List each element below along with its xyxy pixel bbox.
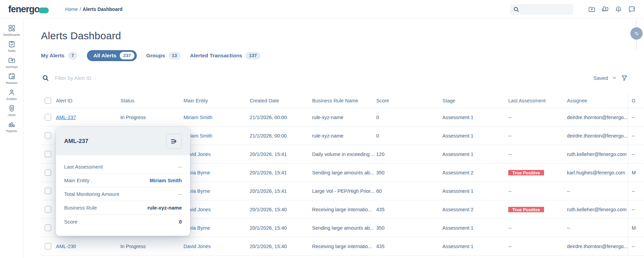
page-title: Alerts Dashboard [41,30,644,42]
tab-count-badge: 7 [68,52,77,59]
last-assessment-value: -- [508,133,512,139]
created-date-cell: 20/1/2026, 15:41 [250,170,312,175]
stage-cell: Assessment 1 [442,244,508,249]
group-cell: -- [628,237,644,255]
last-assessment-cell: -- [508,115,567,120]
breadcrumb-home-link[interactable]: Home [65,6,78,12]
created-date-cell: 20/1/2026, 15:41 [250,152,312,157]
row-checkbox[interactable] [45,151,51,157]
search-icon [513,6,519,13]
stage-cell: Assessment 1 [442,133,508,139]
saved-filters-dropdown[interactable]: Saved [593,75,608,81]
table-header-row: Alert ID Status Main Entity Created Date… [41,93,644,108]
breadcrumb-current: Alerts Dashboard [83,6,122,12]
table-row[interactable]: AML-230 In Progress David Jones 20/1/202… [41,237,644,256]
popup-field: Main Entity Miriam Smith [64,174,182,187]
filter-bar: Saved [41,71,644,85]
open-alert-icon[interactable] [166,134,182,149]
sidebar-item-reports[interactable]: Reports [0,120,23,133]
last-assessment-cell: -- [508,188,567,194]
tab-my-alerts[interactable]: My Alerts 7 [41,52,77,59]
tabs: My Alerts 7 All Alerts 237 Groups 13 Ale… [41,50,644,61]
assignee-cell: karl.hughes@fenergo.com [567,170,628,175]
row-checkbox[interactable] [45,188,51,194]
sidebar-item-reviews[interactable]: Reviews [0,72,23,85]
row-checkbox[interactable] [45,114,51,120]
row-checkbox[interactable] [45,206,51,213]
notification-bell-icon[interactable] [614,5,623,13]
tab-all-alerts[interactable]: All Alerts 237 [87,50,137,61]
tab-alerted-transactions[interactable]: Alerted Transactions 137 [190,52,260,59]
tab-label: Alerted Transactions [190,53,242,59]
filter-alert-id-input[interactable] [55,75,225,81]
alert-id-link[interactable]: AML-230 [56,244,76,249]
reviews-icon [8,72,16,80]
tab-groups[interactable]: Groups 13 [146,52,180,59]
assignee-cell: deirdre.thornton@fenergo... [567,115,628,120]
main-entity-link[interactable]: Miriam Smith [184,115,213,120]
popup-field-value: Miriam Smith [150,177,182,183]
tab-label: Groups [146,53,165,59]
main-entity-link[interactable]: David Jones [184,244,211,249]
sidebar-label: Entities [6,97,17,101]
popup-field-value: rule-xyz-name [147,205,182,211]
created-date-cell: 20/1/2026, 15:41 [250,188,312,194]
filter-right: Saved [593,74,628,82]
row-checkbox[interactable] [45,132,51,139]
sidebar-item-alerts[interactable]: Alerts [0,104,23,117]
score-cell: 0 [376,115,442,120]
folder-move-icon[interactable] [601,5,609,13]
last-assessment-cell: True Positive [508,170,567,175]
tab-count-badge: 13 [169,52,180,59]
stage-cell: Assessment 2 [442,170,508,175]
status-cell: In Progress [120,244,184,249]
row-checkbox[interactable] [45,243,51,249]
business-rule-cell: rule-xyz-name [312,115,376,120]
column-header-status: Status [120,98,184,103]
column-header-business-rule: Business Rule Name [312,98,376,103]
group-cell: -- [628,127,644,145]
created-date-cell: 20/1/2026, 15:40 [250,207,312,212]
column-header-stage: Stage [442,98,508,103]
stage-cell: Assessment 1 [442,225,508,231]
app-root: fenergo Home / Alerts Dashboard [0,0,644,258]
filter-funnel-icon[interactable] [621,74,628,82]
table-row[interactable]: AML-237 In Progress Miriam Smith 21/1/20… [41,108,644,127]
sidebar-item-dashboards[interactable]: Dashboards [0,24,23,37]
tab-label: All Alerts [93,53,116,59]
score-cell: 435 [376,244,442,249]
row-checkbox[interactable] [45,225,51,231]
column-header-last-assessment: Last Assessment [508,98,567,103]
column-header-main-entity: Main Entity [184,98,250,103]
popup-field-label: Main Entity [64,177,89,183]
sidebar-item-journeys[interactable]: Journeys [0,56,23,69]
folder-add-icon[interactable] [588,5,596,13]
assignee-cell: -- [567,225,628,231]
global-search-input[interactable] [510,4,573,15]
alert-id-link[interactable]: AML-237 [56,115,76,120]
group-cell: -- [628,182,644,200]
stage-cell: Assessment 1 [442,115,508,120]
status-cell: In Progress [120,115,184,120]
sidebar-item-entities[interactable]: Entities [0,88,23,101]
popup-field-label: Business Rule [64,205,97,211]
business-rule-cell: Daily volume in exceeding ... [312,152,376,157]
score-cell: 350 [376,225,442,231]
topbar: fenergo Home / Alerts Dashboard [0,0,644,19]
tab-count-badge: 137 [246,52,260,59]
chevron-down-icon[interactable] [612,75,617,80]
created-date-cell: 21/1/2026, 00:00 [250,115,312,120]
last-assessment-value: -- [508,225,512,231]
stage-cell: Assessment 1 [442,152,508,157]
sidebar-item-tasks[interactable]: Tasks [0,40,23,53]
row-checkbox[interactable] [45,169,51,176]
sidebar: Dashboards Tasks Journeys [0,19,24,258]
journeys-icon [8,56,16,64]
group-cell: M [628,163,644,182]
side-panel-toggle-button[interactable] [630,27,643,40]
tab-label: My Alerts [41,53,64,59]
assistant-chat-sparkle-icon[interactable] [628,5,636,13]
select-all-checkbox[interactable] [45,97,51,104]
assignee-cell: ruth.kelleher@fenergo.com [567,207,628,212]
alert-preview-popup: AML-237 Last Assessment -- Main Entity [56,127,190,236]
